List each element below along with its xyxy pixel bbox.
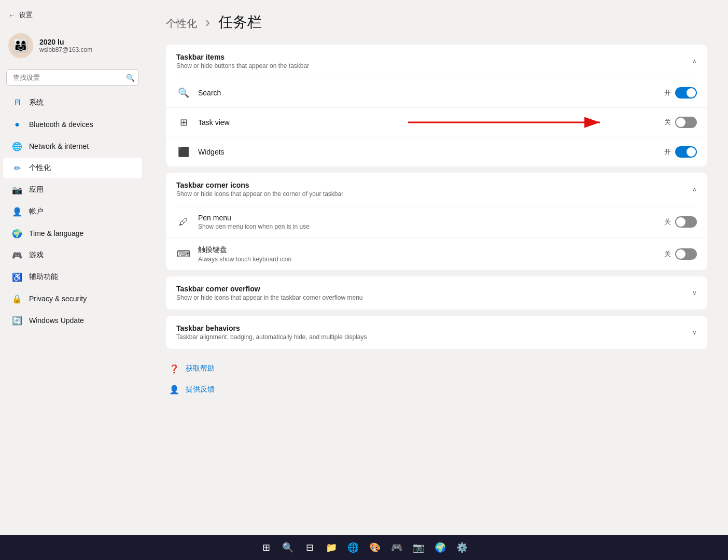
widgets-setting-name: Widgets <box>198 148 657 156</box>
personalization-icon: ✏ <box>11 162 23 174</box>
task-view-icon: ⊞ <box>176 115 191 130</box>
sidebar-item-label: 系统 <box>29 98 44 107</box>
search-setting-icon: 🔍 <box>176 86 191 100</box>
widgets-setting-info: Widgets <box>198 148 657 156</box>
behaviors-section: Taskbar behaviors Taskbar alignment, bad… <box>166 316 707 349</box>
section-title: Taskbar behaviors <box>176 324 367 332</box>
privacy-icon: 🔒 <box>11 293 23 304</box>
task-view-setting-name: Task view <box>198 118 424 127</box>
sidebar-item-label: Privacy & security <box>29 295 87 303</box>
pen-menu-toggle[interactable] <box>675 216 697 228</box>
expand-icon: ∨ <box>692 289 697 297</box>
help-link[interactable]: ❓ 获取帮助 <box>166 359 707 378</box>
breadcrumb-separator: › <box>205 14 210 30</box>
taskbar-settings[interactable]: ⚙️ <box>453 538 471 557</box>
section-subtitle: Show or hide icons that appear in the ta… <box>176 294 363 301</box>
taskbar-edge[interactable]: 🌐 <box>344 538 362 557</box>
toggle-thumb <box>687 88 696 97</box>
sidebar-item-personalization[interactable]: ✏ 个性化 <box>3 158 142 178</box>
corner-overflow-header[interactable]: Taskbar corner overflow Show or hide ico… <box>166 276 707 310</box>
task-view-toggle[interactable] <box>675 117 697 128</box>
network-icon: 🌐 <box>11 141 23 152</box>
widgets-toggle-area: 开 <box>664 146 697 158</box>
section-title: Taskbar corner overflow <box>176 285 363 293</box>
section-title: Taskbar corner icons <box>176 181 343 189</box>
time-icon: 🌍 <box>11 228 23 239</box>
pen-menu-toggle-label: 关 <box>664 217 671 227</box>
back-button[interactable]: ← 设置 <box>0 6 145 24</box>
section-subtitle: Taskbar alignment, badging, automaticall… <box>176 333 367 341</box>
taskbar-items-header[interactable]: Taskbar items Show or hide buttons that … <box>166 45 707 78</box>
touch-keyboard-row: ⌨ 触摸键盘 Always show touch keyboard icon 关 <box>166 238 707 270</box>
taskbar-task-view[interactable]: ⊟ <box>300 538 319 557</box>
sidebar-item-bluetooth[interactable]: ● Bluetooth & devices <box>3 114 142 135</box>
behaviors-header[interactable]: Taskbar behaviors Taskbar alignment, bad… <box>166 316 707 349</box>
toggle-thumb <box>676 249 685 259</box>
main-content: 个性化 › 任务栏 Taskbar items Show or hide but… <box>145 0 728 535</box>
touch-keyboard-info: 触摸键盘 Always show touch keyboard icon <box>198 245 657 263</box>
sidebar-item-gaming[interactable]: 🎮 游戏 <box>3 245 142 265</box>
accounts-icon: 👤 <box>11 206 23 217</box>
search-setting-info: Search <box>198 89 657 97</box>
sidebar-item-privacy[interactable]: 🔒 Privacy & security <box>3 288 142 309</box>
taskbar-items-section: Taskbar items Show or hide buttons that … <box>166 45 707 166</box>
section-title: Taskbar items <box>176 53 309 61</box>
widgets-toggle-label: 开 <box>664 147 671 157</box>
search-box: 🔍 <box>6 69 139 86</box>
back-arrow-icon: ← <box>8 11 15 19</box>
taskbar: ⊞ 🔍 ⊟ 📁 🌐 🎨 🎮 📷 🌍 ⚙️ <box>0 535 728 560</box>
pen-menu-name: Pen menu <box>198 214 657 222</box>
apps-icon: 📷 <box>11 184 23 195</box>
sidebar-item-time[interactable]: 🌍 Time & language <box>3 223 142 244</box>
search-toggle[interactable] <box>675 87 697 99</box>
sidebar-item-label: 游戏 <box>29 250 44 260</box>
widgets-setting-row: ⬛ Widgets 开 <box>166 137 707 166</box>
sidebar-item-windows-update[interactable]: 🔄 Windows Update <box>3 310 142 331</box>
corner-icons-section: Taskbar corner icons Show or hide icons … <box>166 173 707 270</box>
search-toggle-area: 开 <box>664 87 697 99</box>
sidebar-item-network[interactable]: 🌐 Network & internet <box>3 136 142 157</box>
red-arrow-annotation <box>408 115 615 130</box>
sidebar-item-accounts[interactable]: 👤 帐户 <box>3 201 142 222</box>
task-view-setting-info: Task view <box>198 118 424 127</box>
pen-menu-toggle-area: 关 <box>664 216 697 228</box>
search-toggle-label: 开 <box>664 88 671 97</box>
sidebar-item-label: Bluetooth & devices <box>29 120 93 129</box>
start-button[interactable]: ⊞ <box>257 538 275 557</box>
section-subtitle: Show or hide icons that appear on the co… <box>176 190 343 198</box>
widgets-toggle[interactable] <box>675 146 697 158</box>
avatar: 👨‍👩‍👧 <box>8 33 33 58</box>
taskbar-gaming[interactable]: 🎮 <box>387 538 406 557</box>
corner-icons-header[interactable]: Taskbar corner icons Show or hide icons … <box>166 173 707 206</box>
search-input[interactable] <box>6 69 139 86</box>
task-view-toggle-label: 关 <box>664 118 671 127</box>
gaming-icon: 🎮 <box>11 249 23 261</box>
system-icon: 🖥 <box>11 97 23 108</box>
avatar-emoji: 👨‍👩‍👧 <box>13 38 29 53</box>
sidebar-item-label: Time & language <box>29 229 83 237</box>
taskbar-earth[interactable]: 🌍 <box>431 538 450 557</box>
touch-keyboard-toggle[interactable] <box>675 248 697 260</box>
sidebar-item-label: Network & internet <box>29 142 89 150</box>
touch-keyboard-toggle-label: 关 <box>664 249 671 259</box>
taskbar-camera[interactable]: 📷 <box>409 538 428 557</box>
feedback-link[interactable]: 👤 提供反馈 <box>166 380 707 399</box>
user-section: 👨‍👩‍👧 2020 lu wslbb87@163.com <box>0 28 145 63</box>
user-info: 2020 lu wslbb87@163.com <box>39 38 92 53</box>
pen-menu-info: Pen menu Show pen menu icon when pen is … <box>198 214 657 230</box>
toggle-thumb <box>687 147 696 157</box>
taskbar-paint[interactable]: 🎨 <box>366 538 384 557</box>
taskbar-explorer[interactable]: 📁 <box>322 538 341 557</box>
expand-icon: ∨ <box>692 329 697 336</box>
sidebar-item-apps[interactable]: 📷 应用 <box>3 179 142 200</box>
pen-icon: 🖊 <box>176 215 191 229</box>
sidebar-item-system[interactable]: 🖥 系统 <box>3 92 142 113</box>
taskbar-search[interactable]: 🔍 <box>278 538 297 557</box>
sidebar-item-accessibility[interactable]: ♿ 辅助功能 <box>3 267 142 287</box>
page-header: 个性化 › 任务栏 <box>166 12 707 32</box>
sidebar-item-label: 辅助功能 <box>29 272 58 282</box>
footer-links: ❓ 获取帮助 👤 提供反馈 <box>166 359 707 399</box>
sidebar-item-label: 帐户 <box>29 207 44 216</box>
collapse-icon: ∧ <box>692 186 697 193</box>
sidebar: ← 设置 👨‍👩‍👧 2020 lu wslbb87@163.com 🔍 🖥 系… <box>0 0 145 535</box>
